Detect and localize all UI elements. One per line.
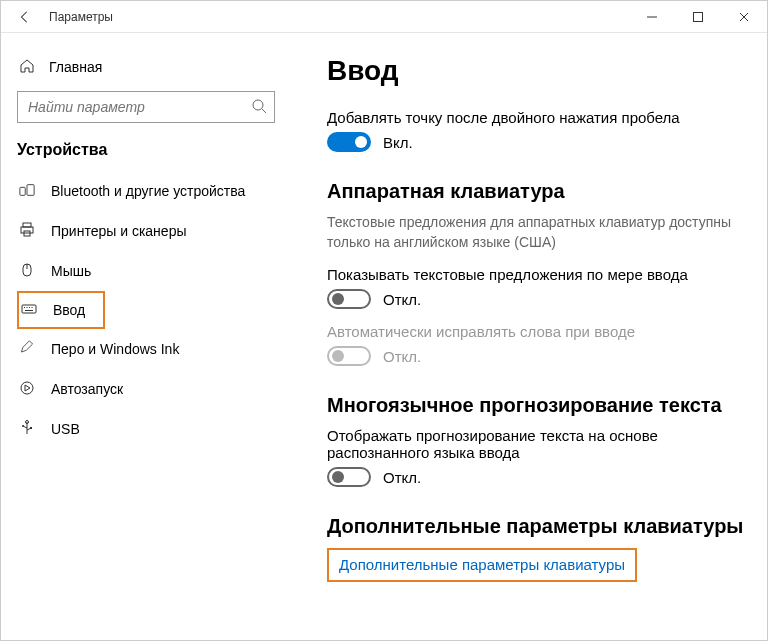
svg-line-3	[262, 109, 266, 113]
sidebar-item-label: Перо и Windows Ink	[51, 341, 179, 357]
toggle-prediction[interactable]	[327, 467, 371, 487]
sidebar-item-usb[interactable]: USB	[1, 409, 291, 449]
toggle-prediction-state: Откл.	[383, 469, 421, 486]
minimize-button[interactable]	[629, 1, 675, 33]
svg-rect-5	[27, 184, 34, 195]
setting-period-label: Добавлять точку после двойного нажатия п…	[327, 109, 747, 126]
sidebar-item-label: Принтеры и сканеры	[51, 223, 186, 239]
autoplay-icon	[19, 380, 35, 399]
section-hardware-keyboard: Аппаратная клавиатура	[327, 180, 747, 203]
sidebar-item-label: Мышь	[51, 263, 91, 279]
toggle-period-state: Вкл.	[383, 134, 413, 151]
search-input[interactable]	[17, 91, 275, 123]
toggle-suggestions[interactable]	[327, 289, 371, 309]
svg-point-2	[253, 100, 263, 110]
usb-icon	[19, 420, 35, 439]
setting-autocorrect-label: Автоматически исправлять слова при вводе	[327, 323, 747, 340]
svg-rect-21	[30, 427, 32, 429]
advanced-keyboard-link[interactable]: Дополнительные параметры клавиатуры	[339, 556, 625, 573]
setting-suggestions-label: Показывать текстовые предложения по мере…	[327, 266, 747, 283]
svg-point-17	[21, 382, 33, 394]
sidebar-item-printers[interactable]: Принтеры и сканеры	[1, 211, 291, 251]
setting-prediction-label: Отображать прогнозирование текста на осн…	[327, 427, 747, 461]
window-title: Параметры	[49, 10, 113, 24]
section-multilingual: Многоязычное прогнозирование текста	[327, 394, 747, 417]
sidebar-home[interactable]: Главная	[1, 47, 291, 87]
sidebar-home-label: Главная	[49, 59, 102, 75]
toggle-suggestions-state: Откл.	[383, 291, 421, 308]
close-button[interactable]	[721, 1, 767, 33]
section-advanced: Дополнительные параметры клавиатуры	[327, 515, 747, 538]
pen-icon	[19, 340, 35, 359]
maximize-button[interactable]	[675, 1, 721, 33]
keyboard-icon	[21, 301, 37, 320]
svg-point-20	[22, 425, 24, 427]
titlebar: Параметры	[1, 1, 767, 33]
sidebar-item-mouse[interactable]: Мышь	[1, 251, 291, 291]
toggle-autocorrect	[327, 346, 371, 366]
sidebar-item-pen[interactable]: Перо и Windows Ink	[1, 329, 291, 369]
sidebar-group-title: Устройства	[1, 133, 291, 171]
svg-rect-11	[22, 305, 36, 313]
sidebar-item-typing[interactable]: Ввод	[17, 291, 105, 329]
mouse-icon	[19, 262, 35, 281]
toggle-autocorrect-state: Откл.	[383, 348, 421, 365]
toggle-period[interactable]	[327, 132, 371, 152]
sidebar-item-autoplay[interactable]: Автозапуск	[1, 369, 291, 409]
sidebar: Главная Устройства Bluetooth и другие ус…	[1, 33, 291, 640]
page-title: Ввод	[327, 55, 747, 87]
printer-icon	[19, 222, 35, 241]
svg-rect-1	[694, 12, 703, 21]
advanced-link-highlight: Дополнительные параметры клавиатуры	[327, 548, 637, 582]
sidebar-item-label: Ввод	[53, 302, 85, 318]
main-panel: Ввод Добавлять точку после двойного нажа…	[291, 33, 767, 640]
hardware-keyboard-desc: Текстовые предложения для аппаратных кла…	[327, 213, 747, 252]
home-icon	[19, 58, 35, 77]
back-button[interactable]	[9, 10, 41, 24]
bluetooth-devices-icon	[19, 182, 35, 201]
sidebar-item-label: Bluetooth и другие устройства	[51, 183, 245, 199]
svg-rect-4	[20, 187, 25, 195]
sidebar-item-label: Автозапуск	[51, 381, 123, 397]
search-icon	[251, 98, 267, 118]
svg-rect-6	[23, 223, 31, 227]
sidebar-item-label: USB	[51, 421, 80, 437]
svg-rect-7	[21, 227, 33, 233]
sidebar-item-bluetooth[interactable]: Bluetooth и другие устройства	[1, 171, 291, 211]
